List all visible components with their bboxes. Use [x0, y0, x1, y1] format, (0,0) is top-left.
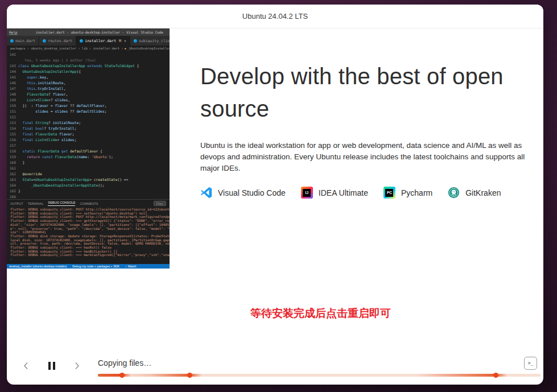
line-number: 166 — [7, 194, 18, 199]
line-number: 144 — [7, 69, 18, 75]
console-line: ull, preserve: true, path: /dev/sda, boo… — [10, 242, 170, 246]
line-number: 154 — [7, 126, 18, 131]
terminal-toggle-button[interactable]: >_ — [524, 357, 537, 370]
console-line: e": null, "preserve": true, "path": "/de… — [10, 227, 170, 231]
panel-tab-output: OUTPUT — [10, 202, 23, 205]
code-line: You, 3 weeks ago | 1 author (You) — [7, 57, 170, 63]
line-number: 147 — [7, 86, 18, 92]
logo-gitkraken: GitKraken — [448, 187, 501, 199]
console-line: flutter: DEBUG disk_storage: Update stor… — [10, 234, 170, 238]
line-number: 156 — [7, 137, 18, 143]
code-line: 148 FlavorData? flavor, — [7, 92, 170, 97]
console-line: flutter: DEBUG subiquity_client: === has… — [10, 246, 170, 250]
statusbar-watch: ○ Watch — [125, 265, 137, 268]
progress-dot — [187, 373, 192, 378]
vscode-help-menu: Help — [9, 30, 32, 34]
vscode-tab-main-dart: main.dart — [7, 36, 39, 46]
code-line: 161 — [7, 166, 170, 171]
code-line: 150 }) : flavor = flavor ?? defaultFlavo… — [7, 103, 170, 109]
ide-logos-row: Visual Studio Code IJ IDEA Ultimate PC P… — [200, 187, 542, 199]
code-line: 143 class UbuntuDesktopInstallerApp exte… — [7, 63, 170, 69]
line-number: 150 — [7, 103, 18, 109]
vscode-tab-subiquity-client-dart: subiquity_client.dart — [130, 36, 170, 46]
code-line: 157 — [7, 143, 170, 148]
logo-pycharm: PC Pycharm — [383, 187, 432, 199]
line-number: 142 — [7, 52, 18, 57]
slide-content: Develop with the best of open source Ubu… — [200, 60, 542, 199]
line-number: 164 — [7, 183, 18, 188]
dart-icon — [80, 39, 83, 43]
code-line: 159 return const FlavorData(name: 'Ubunt… — [7, 154, 170, 160]
logo-idea-ultimate: IJ IDEA Ultimate — [301, 187, 368, 199]
line-number: 165 — [7, 188, 18, 194]
window-titlebar: Ubuntu 24.04.2 LTS — [7, 5, 543, 28]
console-line: flutter: DEBUG subiquity_client: === has… — [10, 250, 170, 254]
window-title: Ubuntu 24.04.2 LTS — [242, 12, 308, 20]
code-line: 147 this.tryOrInstall, — [7, 86, 170, 92]
gitkraken-icon — [448, 187, 460, 199]
line-number: 160 — [7, 160, 18, 166]
console-line: flutter: DEBUG subiquity_client: POST ht… — [10, 215, 170, 219]
vscode-tab-routes-dart: routes.dart — [39, 36, 76, 46]
vscode-icon — [200, 187, 212, 199]
vscode-titlebar: Help installer.dart - ubuntu-desktop-ins… — [7, 28, 170, 36]
code-line: 145 super.key, — [7, 75, 170, 80]
progress-dot — [493, 373, 498, 378]
vscode-tab-installer-dart: installer.dartM× — [76, 36, 130, 46]
code-line: 155 final FlavorData flavor; — [7, 131, 170, 137]
console-line: ize": 12885950464} — [10, 230, 170, 234]
install-progress-bar — [98, 374, 541, 377]
code-line: 142 — [7, 52, 170, 57]
symbol-icon: ◆ — [125, 47, 126, 50]
pycharm-icon: PC — [383, 187, 395, 199]
line-number: 159 — [7, 154, 18, 160]
slide-heading: Develop with the best of open source — [200, 60, 542, 125]
code-line: 164 _UbuntuDesktopInstallerAppState(); — [7, 183, 170, 188]
close-icon: × — [124, 39, 126, 43]
code-line: 154 final bool? tryOrInstall; — [7, 126, 170, 131]
vscode-screenshot: Help installer.dart - ubuntu-desktop-ins… — [7, 28, 170, 269]
install-status-label: Copying files… — [98, 358, 151, 368]
code-line: 151 slides = slides ?? defaultSlides; — [7, 109, 170, 114]
modified-badge: M — [119, 39, 121, 43]
line-number — [7, 57, 18, 63]
code-line: 149 List<Slide>? slides, — [7, 97, 170, 103]
chevron-left-icon — [22, 361, 31, 370]
pause-button[interactable] — [44, 358, 60, 374]
slide-body: Ubuntu is the ideal workstation for app … — [200, 140, 534, 174]
dart-icon — [10, 39, 14, 43]
code-line: 153 final String? initialRoute; — [7, 120, 170, 126]
console-prompt: › — [10, 257, 170, 261]
vscode-editor: 142 You, 3 weeks ago | 1 author (You) 14… — [7, 51, 170, 199]
line-number: 148 — [7, 92, 18, 97]
code-line: 144 UbuntuDesktopInstallerApp({ — [7, 69, 170, 75]
code-line: 163 State<UbuntuDesktopInstallerApp> cre… — [7, 177, 170, 183]
statusbar-debug-mode: Debug my code + packages + SDK — [72, 265, 119, 268]
line-number: 149 — [7, 97, 18, 103]
console-line: local disk, size: 107374182400, usageLab… — [10, 238, 170, 242]
console-line: flutter: DEBUG subiquity_client: === set… — [10, 212, 170, 216]
code-line: 152 — [7, 114, 170, 120]
dart-icon — [43, 39, 46, 43]
code-line: 156 final List<Slide> slides; — [7, 137, 170, 143]
line-number: 143 — [7, 63, 18, 69]
progress-dot — [119, 373, 125, 378]
line-number: 146 — [7, 80, 18, 86]
console-line: flutter: DEBUG subiquity_client: === mar… — [10, 253, 170, 257]
panel-tab-debug-console: DEBUG CONSOLE — [48, 201, 75, 206]
vscode-window-title: installer.dart - ubuntu-desktop-installe… — [32, 30, 167, 34]
statusbar-launch-config: desktop_installer (ubuntu-desktop-instal… — [9, 265, 67, 268]
panel-tab-comments: COMMENTS — [80, 202, 98, 205]
vscode-debug-console: flutter: DEBUG subiquity_client: POST ht… — [7, 207, 170, 264]
line-number: 161 — [7, 166, 18, 171]
vscode-panel-tabs: OUTPUT TERMINAL DEBUG CONSOLE COMMENTS F… — [7, 199, 170, 207]
next-button[interactable] — [69, 358, 85, 374]
line-number: 152 — [7, 114, 18, 120]
pause-icon — [53, 362, 55, 370]
code-line: 158 static FlavorData get defaultFlavor … — [7, 148, 170, 154]
code-line: 160 } — [7, 160, 170, 166]
console-line: flutter: DEBUG subiquity_client: === get… — [10, 219, 170, 223]
line-number: 153 — [7, 120, 18, 126]
logo-visual-studio-code: Visual Studio Code — [200, 187, 286, 199]
back-button[interactable] — [18, 358, 34, 374]
